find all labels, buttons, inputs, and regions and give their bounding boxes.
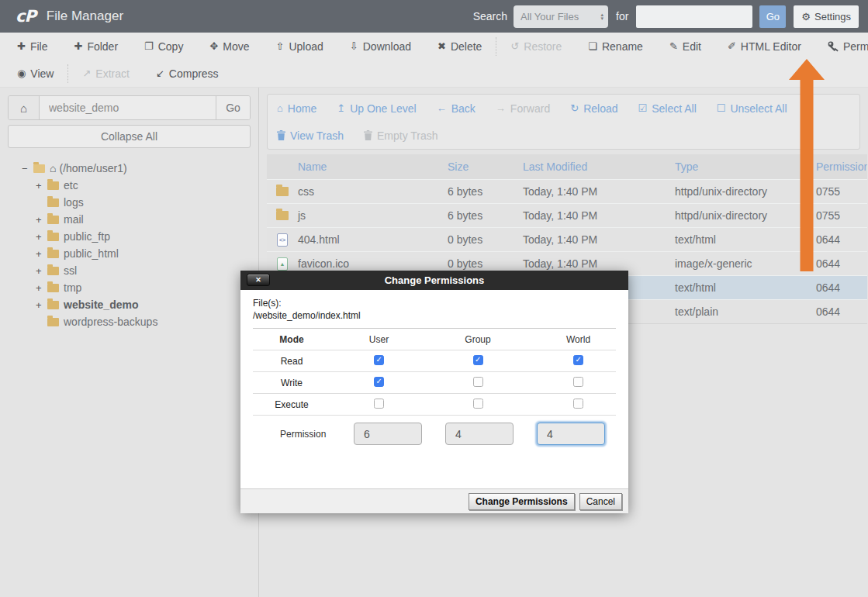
- read-world-checkbox[interactable]: [573, 355, 583, 365]
- close-icon[interactable]: ✕: [247, 274, 270, 286]
- expand-icon[interactable]: +: [36, 299, 47, 311]
- group-permission-input[interactable]: [445, 423, 514, 445]
- image-file-icon: ▲: [277, 257, 288, 271]
- view-trash-button[interactable]: View Trash: [277, 129, 344, 142]
- cell-name: js: [298, 209, 448, 222]
- tree-item-ssl[interactable]: + ssl: [8, 262, 251, 279]
- folder-icon: [276, 187, 289, 196]
- tree-item-label: website_demo: [64, 298, 138, 311]
- expand-icon[interactable]: +: [36, 180, 47, 192]
- reload-button[interactable]: ↻ Reload: [570, 102, 617, 115]
- move-button-label: Move: [223, 40, 249, 53]
- tree-item-logs[interactable]: logs: [8, 194, 251, 211]
- pencil-icon: ✎: [669, 40, 678, 52]
- search-input[interactable]: [636, 5, 752, 28]
- view-button[interactable]: ◉ View: [17, 67, 54, 80]
- unselect-all-button[interactable]: ☐ Unselect All: [717, 102, 787, 115]
- cell-modified: Today, 1:40 PM: [523, 233, 675, 246]
- search-go-button[interactable]: Go: [759, 5, 786, 28]
- execute-group-checkbox[interactable]: [473, 399, 483, 409]
- column-header-name[interactable]: Name: [298, 160, 448, 173]
- change-permissions-submit-button[interactable]: Change Permissions: [469, 493, 575, 510]
- html-editor-button[interactable]: ✐ HTML Editor: [728, 40, 801, 53]
- folder-button[interactable]: ✚ Folder: [74, 40, 118, 53]
- matrix-row-read: Read: [253, 350, 616, 372]
- column-header-last-modified[interactable]: Last Modified: [523, 160, 675, 173]
- cell-name: 404.html: [298, 233, 448, 246]
- home-button[interactable]: ⌂: [9, 96, 40, 119]
- tree-item-etc[interactable]: + etc: [8, 177, 251, 194]
- toolbar: ✚ File ✚ Folder ❐ Copy ✥ Move ⇧ Upload ⇩…: [0, 33, 868, 88]
- write-world-checkbox[interactable]: [573, 377, 583, 387]
- search-scope-select[interactable]: All Your Files ▴▾: [514, 5, 608, 28]
- tree-item-wordpress-backups[interactable]: wordpress-backups: [8, 313, 251, 330]
- tree-item-mail[interactable]: + mail: [8, 211, 251, 228]
- tree-item-label: etc: [64, 179, 78, 192]
- edit-button[interactable]: ✎ Edit: [669, 40, 701, 53]
- nav-row-2: View Trash Empty Trash: [268, 122, 859, 149]
- copy-button-label: Copy: [158, 40, 184, 53]
- permissions-button[interactable]: Permissions: [828, 40, 868, 53]
- delete-button[interactable]: ✖ Delete: [437, 40, 482, 53]
- move-button[interactable]: ✥ Move: [209, 40, 249, 53]
- column-header-size[interactable]: Size: [448, 160, 523, 173]
- write-group-checkbox[interactable]: [473, 377, 483, 387]
- expand-icon[interactable]: +: [36, 248, 47, 260]
- select-all-button[interactable]: ☑ Select All: [638, 102, 697, 115]
- cell-perms: 0644: [816, 305, 867, 318]
- download-button[interactable]: ⇩ Download: [350, 40, 411, 53]
- permissions-button-label: Permissions: [843, 40, 868, 53]
- expand-icon[interactable]: +: [36, 282, 47, 294]
- tree-item-home[interactable]: − ⌂ (/home/user1): [8, 160, 251, 177]
- expand-icon[interactable]: +: [36, 214, 47, 226]
- tree-item-tmp[interactable]: + tmp: [8, 279, 251, 296]
- table-row[interactable]: js 6 bytes Today, 1:40 PM httpd/unix-dir…: [267, 203, 867, 227]
- column-header-permissions[interactable]: Permissions: [816, 160, 867, 173]
- cell-size: 0 bytes: [448, 233, 523, 246]
- read-group-checkbox[interactable]: [473, 355, 483, 365]
- tree-item-website-demo[interactable]: + website_demo: [8, 296, 251, 313]
- table-row[interactable]: css 6 bytes Today, 1:40 PM httpd/unix-di…: [267, 179, 867, 203]
- search-scope-value: All Your Files: [520, 11, 600, 22]
- restore-button-label: Restore: [524, 40, 562, 53]
- cell-type: image/x-generic: [675, 257, 816, 270]
- cell-type: text/html: [675, 233, 816, 246]
- compress-button[interactable]: ↙ Compress: [156, 67, 219, 80]
- execute-user-checkbox[interactable]: [374, 399, 384, 409]
- world-permission-input[interactable]: [537, 423, 605, 445]
- collapse-expander[interactable]: −: [22, 163, 33, 174]
- rename-button[interactable]: ❏ Rename: [588, 40, 643, 53]
- cancel-button[interactable]: Cancel: [579, 493, 622, 510]
- read-user-checkbox[interactable]: [374, 355, 384, 365]
- back-arrow-icon: ←: [437, 102, 447, 114]
- collapse-all-button[interactable]: Collapse All: [8, 125, 251, 148]
- view-trash-label: View Trash: [290, 129, 344, 142]
- tree-item-public-html[interactable]: + public_html: [8, 245, 251, 262]
- user-permission-input[interactable]: [354, 423, 422, 445]
- tree-item-public-ftp[interactable]: + public_ftp: [8, 228, 251, 245]
- up-one-level-button[interactable]: ↥ Up One Level: [337, 102, 417, 115]
- path-input[interactable]: [40, 96, 216, 119]
- trash-icon: [364, 130, 372, 140]
- settings-button[interactable]: ⚙ Settings: [794, 5, 859, 28]
- column-header-type[interactable]: Type: [675, 160, 816, 173]
- write-user-checkbox[interactable]: [374, 377, 384, 387]
- expand-icon[interactable]: +: [36, 231, 47, 243]
- path-go-button[interactable]: Go: [216, 96, 250, 119]
- matrix-row-write: Write: [253, 372, 616, 394]
- copy-button[interactable]: ❐ Copy: [144, 40, 183, 53]
- restore-button: ↺ Restore: [510, 40, 562, 53]
- file-path: /website_demo/index.html: [253, 310, 616, 323]
- cell-perms: 0644: [816, 281, 867, 294]
- dialog-titlebar[interactable]: ✕ Change Permissions: [240, 271, 628, 290]
- write-label: Write: [253, 378, 330, 388]
- file-button[interactable]: ✚ File: [17, 40, 47, 53]
- upload-button[interactable]: ⇧ Upload: [276, 40, 323, 53]
- expand-icon[interactable]: +: [36, 265, 47, 277]
- cell-modified: Today, 1:40 PM: [523, 209, 675, 222]
- table-row[interactable]: <> 404.html 0 bytes Today, 1:40 PM text/…: [267, 227, 867, 251]
- nav-home-button[interactable]: ⌂ Home: [277, 102, 316, 115]
- execute-world-checkbox[interactable]: [573, 399, 583, 409]
- back-button[interactable]: ← Back: [437, 102, 475, 115]
- files-label: File(s):: [253, 298, 616, 310]
